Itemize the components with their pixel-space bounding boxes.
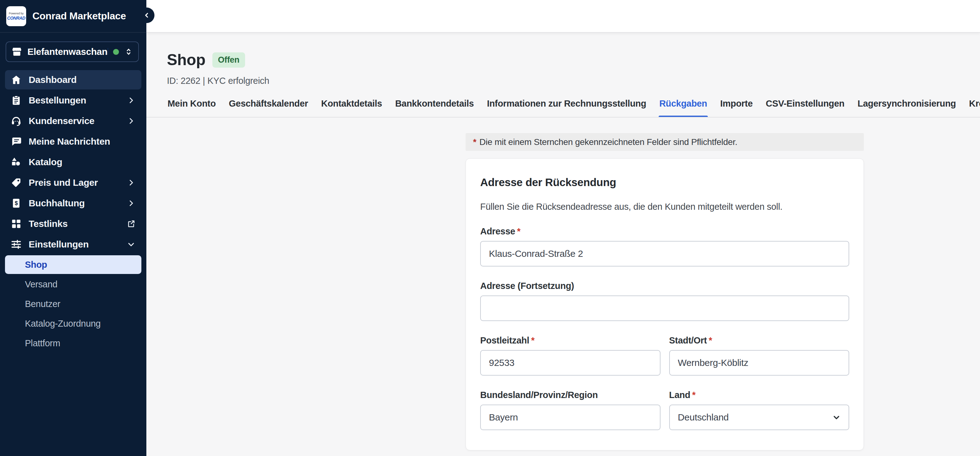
return-address-card: Adresse der Rücksendung Füllen Sie die R… (466, 158, 864, 450)
sidebar-subitem-katalog-zuordnung[interactable]: Katalog-Zuordnung (5, 314, 142, 333)
city-field-group: Stadt/Ort* (669, 335, 850, 376)
status-badge: Offen (212, 53, 245, 68)
tab-lagersynchronisierung[interactable]: Lagersynchronisierung (857, 99, 957, 117)
zip-input[interactable] (480, 350, 660, 376)
form-title: Adresse der Rücksendung (480, 176, 849, 188)
chevron-right-icon (126, 199, 136, 208)
page-title: Shop (167, 51, 205, 69)
external-link-icon (126, 219, 136, 228)
country-select-value: Deutschland (678, 412, 729, 423)
field-label-text: Postleitzahl (480, 335, 530, 345)
address2-label: Adresse (Fortsetzung) (480, 281, 849, 291)
sidebar-item-meine-nachrichten[interactable]: Meine Nachrichten (5, 132, 142, 151)
storefront-icon (11, 46, 22, 57)
chevron-right-icon (126, 116, 136, 126)
state-label: Bundesland/Provinz/Region (480, 390, 660, 400)
shop-selector-label: Elefantenwaschanl... (27, 46, 108, 57)
country-select[interactable]: Deutschland (669, 405, 850, 430)
zip-label: Postleitzahl* (480, 335, 660, 346)
field-label-text: Adresse (Fortsetzung) (480, 281, 574, 291)
sidebar-subitem-versand[interactable]: Versand (5, 275, 142, 293)
form-description: Füllen Sie die Rücksendeadresse aus, die… (480, 202, 849, 212)
sidebar-item-buchhaltung[interactable]: $ Buchhaltung (5, 194, 142, 213)
sidebar-item-label: Kundenservice (29, 116, 119, 126)
tab-importe[interactable]: Importe (720, 99, 753, 117)
sidebar-header: Powered by CONRAD Conrad Marketplace (0, 0, 146, 33)
tab-bar: Mein Konto Geschäftskalender Kontaktdeta… (146, 99, 980, 118)
sliders-icon (11, 239, 22, 250)
state-field-group: Bundesland/Provinz/Region (480, 390, 660, 430)
city-input[interactable] (669, 350, 850, 376)
tag-icon (11, 177, 22, 188)
required-asterisk: * (473, 137, 476, 147)
main-content: Shop Offen ID: 2262 | KYC erfolgreich Me… (146, 33, 980, 456)
shop-status-dot (113, 49, 119, 55)
sidebar-item-label: Buchhaltung (29, 198, 119, 209)
chevron-right-icon (126, 178, 136, 187)
sidebar-item-label: Testlinks (29, 218, 119, 229)
sidebar-item-label: Meine Nachrichten (29, 136, 136, 147)
sidebar-item-dashboard[interactable]: Dashboard (5, 70, 142, 89)
shapes-icon (11, 156, 22, 168)
top-bar (146, 0, 980, 33)
sidebar-item-label: Preis und Lager (29, 177, 119, 188)
address-field-group: Adresse* (480, 226, 849, 266)
tab-csv-einstellungen[interactable]: CSV-Einstellungen (765, 99, 845, 117)
tab-rueckgaben[interactable]: Rückgaben (659, 99, 708, 117)
required-asterisk: * (692, 390, 696, 400)
chevron-down-icon (126, 240, 136, 249)
field-label-text: Adresse (480, 226, 515, 236)
required-notice-text: Die mit einem Sternchen gekennzeichneten… (480, 137, 737, 147)
settings-submenu: Shop Versand Benutzer Katalog-Zuordnung … (0, 255, 146, 352)
sidebar-item-label: Dashboard (29, 75, 136, 85)
address-label: Adresse* (480, 226, 849, 237)
shop-selector[interactable]: Elefantenwaschanl... (6, 41, 139, 62)
zip-city-row: Postleitzahl* Stadt/Ort* (480, 335, 849, 376)
sidebar-item-katalog[interactable]: Katalog (5, 152, 142, 172)
address2-input[interactable] (480, 295, 849, 321)
chevron-left-icon (143, 11, 151, 19)
page-header: Shop Offen ID: 2262 | KYC erfolgreich (146, 33, 980, 86)
sidebar-item-bestellungen[interactable]: Bestellungen (5, 91, 142, 110)
sidebar-item-testlinks[interactable]: Testlinks (5, 214, 142, 233)
state-country-row: Bundesland/Provinz/Region Land* Deutschl… (480, 390, 849, 430)
required-asterisk: * (531, 335, 535, 345)
tab-mein-konto[interactable]: Mein Konto (167, 99, 216, 117)
conrad-wordmark: CONRAD (7, 16, 25, 21)
powered-by-label: Powered by (9, 12, 24, 15)
required-asterisk: * (517, 226, 520, 236)
chat-icon (11, 136, 22, 147)
sidebar-item-preis-und-lager[interactable]: Preis und Lager (5, 173, 142, 192)
sidebar-item-einstellungen[interactable]: Einstellungen (5, 235, 142, 254)
chevron-right-icon (126, 96, 136, 105)
collapse-sidebar-button[interactable] (139, 8, 154, 23)
sidebar-subitem-shop[interactable]: Shop (5, 255, 142, 274)
address-input[interactable] (480, 241, 849, 266)
invoice-icon: $ (11, 198, 22, 209)
sidebar-subitem-benutzer[interactable]: Benutzer (5, 295, 142, 313)
city-label: Stadt/Ort* (669, 335, 850, 346)
tab-kreislaufwirtschaft[interactable]: Kreislaufwirtschaft (969, 99, 980, 117)
tab-bankkontendetails[interactable]: Bankkontendetails (395, 99, 474, 117)
sidebar-item-label: Bestellungen (29, 95, 119, 106)
address2-field-group: Adresse (Fortsetzung) (480, 281, 849, 321)
state-input[interactable] (480, 405, 660, 430)
conrad-logo: Powered by CONRAD (6, 6, 26, 26)
tab-kontaktdetails[interactable]: Kontaktdetails (320, 99, 383, 117)
field-label-text: Land (669, 390, 690, 400)
country-label: Land* (669, 390, 850, 400)
headset-icon (11, 115, 22, 126)
tab-informationen-zur-rechnungsstellung[interactable]: Informationen zur Rechnungsstellung (487, 99, 647, 117)
sidebar: Powered by CONRAD Conrad Marketplace Ele… (0, 0, 146, 456)
required-fields-notice: * Die mit einem Sternchen gekennzeichnet… (466, 133, 864, 151)
field-label-text: Bundesland/Provinz/Region (480, 390, 598, 400)
zip-field-group: Postleitzahl* (480, 335, 660, 376)
page-subtitle: ID: 2262 | KYC erfolgreich (167, 76, 980, 86)
tab-geschaeftskalender[interactable]: Geschäftskalender (228, 99, 309, 117)
sidebar-item-label: Einstellungen (29, 239, 119, 250)
field-label-text: Stadt/Ort (669, 335, 707, 345)
app-title: Conrad Marketplace (32, 10, 126, 22)
sidebar-subitem-plattform[interactable]: Plattform (5, 334, 142, 352)
country-field-group: Land* Deutschland (669, 390, 850, 430)
sidebar-item-kundenservice[interactable]: Kundenservice (5, 111, 142, 131)
